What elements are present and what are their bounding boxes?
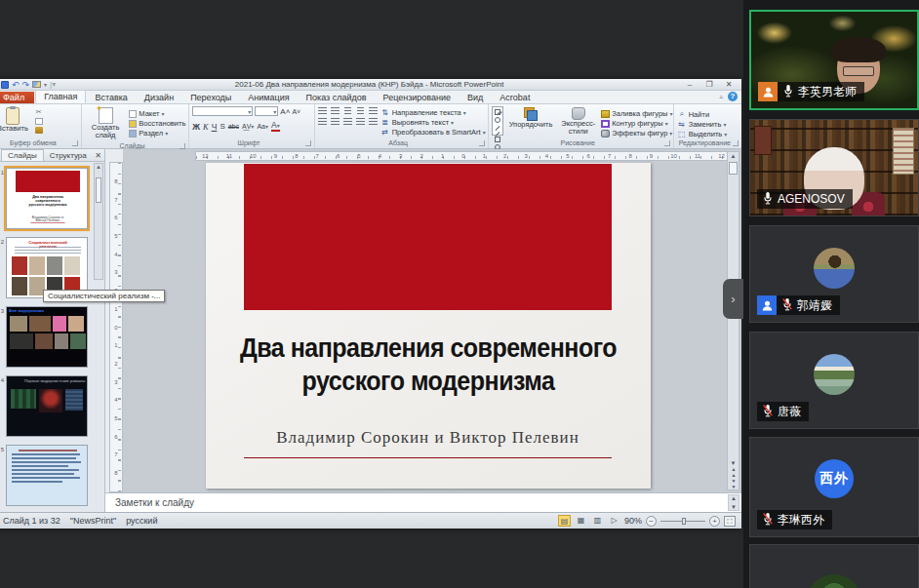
zoom-out-button[interactable]: − xyxy=(646,516,657,527)
shapes-gallery[interactable]: ⇨⇨ xyxy=(492,106,503,136)
find-button[interactable]: ⌕Найти xyxy=(677,109,728,119)
participant-tile-6[interactable] xyxy=(749,544,919,588)
tab-slides[interactable]: Слайды xyxy=(1,149,44,161)
shape-icon[interactable] xyxy=(495,117,500,123)
reading-view-button[interactable]: ▥ xyxy=(591,515,604,527)
panel-close-icon[interactable]: ✕ xyxy=(95,151,101,160)
zoom-slider[interactable] xyxy=(660,521,705,522)
fit-to-window-button[interactable]: ⛶ xyxy=(724,516,736,527)
previous-slide-button[interactable]: ▲▲ xyxy=(728,466,739,478)
cut-icon[interactable]: ✂ xyxy=(34,108,44,116)
scroll-thumb[interactable] xyxy=(729,162,738,175)
zoom-in-button[interactable]: + xyxy=(709,516,720,527)
underline-button[interactable]: Ч xyxy=(212,122,218,132)
close-button[interactable]: ✕ xyxy=(722,80,736,89)
video-panel-toggle[interactable]: › xyxy=(723,279,743,319)
tab-outline[interactable]: Структура xyxy=(44,150,93,161)
slideshow-button[interactable]: ▷ xyxy=(608,515,620,527)
shape-fill-button[interactable]: Заливка фигуры▾ xyxy=(601,109,672,118)
reset-button[interactable]: Восстановить xyxy=(129,119,185,128)
new-slide-button[interactable]: Создать слайд xyxy=(85,106,127,141)
slide-thumbnail-1[interactable]: 1 Два направления современного русского … xyxy=(0,168,93,229)
tab-переходы[interactable]: Переходы xyxy=(182,92,239,103)
tab-вид[interactable]: Вид xyxy=(460,92,491,103)
participant-tile-4[interactable]: 唐薇 xyxy=(749,332,919,429)
picture-tool-icon[interactable] xyxy=(32,81,41,88)
line-spacing-icon[interactable] xyxy=(369,107,378,115)
tab-file[interactable]: Файл xyxy=(0,92,34,103)
normal-view-button[interactable]: ▤ xyxy=(558,515,571,527)
strikethrough-button[interactable]: abc xyxy=(228,123,239,130)
align-center-icon[interactable] xyxy=(331,118,340,126)
increase-indent-icon[interactable] xyxy=(357,107,364,115)
section-button[interactable]: Раздел▾ xyxy=(129,129,185,137)
redo-icon[interactable]: ↷ xyxy=(22,81,30,89)
font-color-icon[interactable]: A▾ xyxy=(271,121,280,132)
change-case-icon[interactable]: Aa▾ xyxy=(257,123,268,130)
slide-sorter-button[interactable]: ▦ xyxy=(575,515,587,527)
notes-pane[interactable]: Заметки к слайду ▲▼ xyxy=(105,492,741,512)
paste-button[interactable]: Вставить xyxy=(0,106,31,134)
language-indicator[interactable]: русский xyxy=(126,516,157,526)
tab-acrobat[interactable]: Acrobat xyxy=(492,92,538,103)
tab-анимация[interactable]: Анимация xyxy=(240,92,297,103)
numbering-icon[interactable] xyxy=(331,107,340,115)
decrease-indent-icon[interactable] xyxy=(344,107,351,115)
participant-tile-3[interactable]: 郭靖媛 xyxy=(749,225,919,323)
slide-thumbnail-3[interactable]: 3 Вне модернизма xyxy=(0,306,93,368)
slide-thumbnail-4[interactable]: 4 Первые модернистские романы xyxy=(0,375,93,437)
bullets-icon[interactable] xyxy=(318,107,327,115)
format-painter-icon[interactable] xyxy=(35,127,43,134)
replace-button[interactable]: ⇋Заменить▾ xyxy=(677,120,728,129)
copy-icon[interactable] xyxy=(35,118,43,125)
slide-title-text[interactable]: Два направления современного русского мо… xyxy=(223,333,633,397)
slide-editor[interactable]: Два направления современного русского мо… xyxy=(206,163,651,489)
char-spacing-icon[interactable]: A͟V▾ xyxy=(242,123,254,130)
select-button[interactable]: ⬚Выделить▾ xyxy=(677,130,728,138)
next-slide-button[interactable]: ▼▼ xyxy=(728,478,739,490)
tab-главная[interactable]: Главная xyxy=(35,90,86,103)
canvas-scrollbar[interactable]: ▲ ▼ ▲▲ ▼▼ xyxy=(727,151,739,490)
notes-scrollbar[interactable]: ▲▼ xyxy=(728,494,739,511)
shape-icon[interactable] xyxy=(495,126,499,131)
slide-thumbnail-5[interactable]: 5 xyxy=(0,445,93,506)
participant-tile-2[interactable]: AGENOSOV xyxy=(749,119,919,216)
restore-button[interactable]: ❐ xyxy=(702,80,716,89)
shrink-font-icon[interactable]: A˅ xyxy=(292,108,300,115)
quick-styles-button[interactable]: Экспресс-стили xyxy=(558,106,598,137)
italic-button[interactable]: К xyxy=(203,122,209,132)
tab-показ-слайдов[interactable]: Показ слайдов xyxy=(299,92,375,103)
shape-outline-button[interactable]: Контур фигуры▾ xyxy=(601,119,672,128)
help-icon[interactable]: ? xyxy=(728,92,738,101)
qat-dropdown-icon[interactable]: ▾ xyxy=(44,81,47,88)
bold-button[interactable]: Ж xyxy=(192,122,200,132)
columns-icon[interactable] xyxy=(369,118,378,126)
zoom-slider-thumb[interactable] xyxy=(682,518,686,525)
tab-дизайн[interactable]: Дизайн xyxy=(137,92,181,103)
grow-font-icon[interactable]: A˄ xyxy=(280,107,290,116)
participant-tile-1[interactable]: 李英男老师 xyxy=(749,10,919,110)
save-icon[interactable] xyxy=(1,81,9,89)
justify-icon[interactable] xyxy=(356,118,365,126)
align-left-icon[interactable] xyxy=(318,118,327,126)
tab-рецензирование[interactable]: Рецензирование xyxy=(376,92,460,103)
quick-access-toolbar[interactable]: ↶ ↷ ▾ |▾ xyxy=(1,80,56,89)
scroll-up-icon[interactable]: ▲ xyxy=(728,152,739,161)
slide-subtitle-text[interactable]: Владимир Сорокин и Виктор Пелевин xyxy=(244,428,612,448)
align-right-icon[interactable] xyxy=(343,118,352,126)
tab-вставка[interactable]: Вставка xyxy=(87,92,135,103)
slide-canvas[interactable]: 1211109876543210123456789101112 Два напр… xyxy=(123,149,741,492)
ribbon-collapse-icon[interactable]: ▵ xyxy=(719,93,723,100)
arrange-button[interactable]: Упорядочить xyxy=(506,106,556,130)
layout-button[interactable]: Макет▾ xyxy=(129,109,185,118)
text-direction-button[interactable]: ⇅Направление текста▾ xyxy=(380,108,486,117)
scroll-up-icon[interactable]: ▲ xyxy=(96,164,101,170)
font-size-select[interactable] xyxy=(255,106,278,116)
smartart-button[interactable]: ⇄Преобразовать в SmartArt▾ xyxy=(380,128,486,137)
participant-tile-5[interactable]: 西外李琳西外 xyxy=(749,437,919,537)
slide-red-rectangle[interactable] xyxy=(244,164,612,310)
font-name-select[interactable] xyxy=(192,106,253,116)
shape-effects-button[interactable]: Эффекты фигур▾ xyxy=(601,129,672,137)
undo-icon[interactable]: ↶ xyxy=(12,81,20,89)
thumbnails-scrollbar[interactable]: ▲ xyxy=(94,163,103,280)
